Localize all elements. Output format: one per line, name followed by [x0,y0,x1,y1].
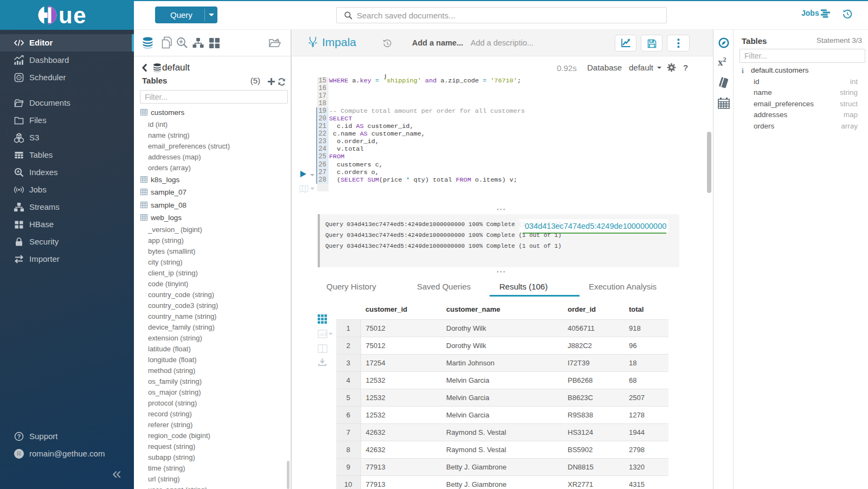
svg-text:R: R [17,451,21,457]
svg-text:?: ? [17,433,21,440]
svg-text:ue: ue [59,5,87,25]
